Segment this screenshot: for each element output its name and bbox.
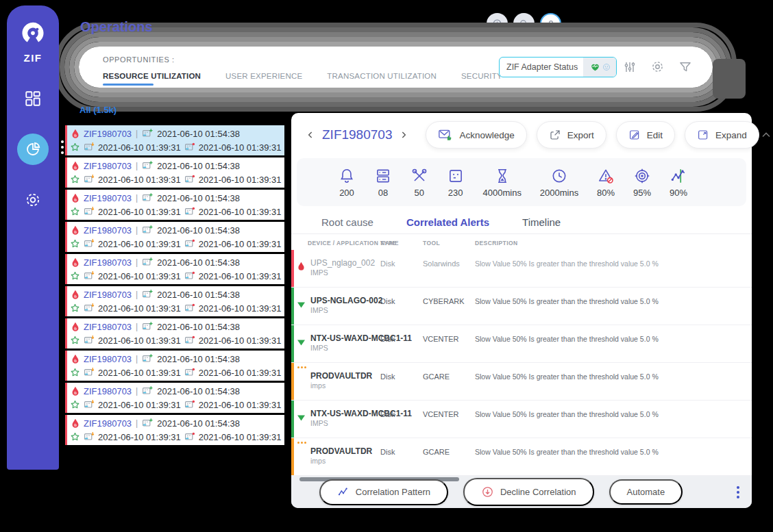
- alert-id-link[interactable]: ZIF1980703: [84, 257, 132, 268]
- zif-logo: ZIF: [19, 21, 47, 64]
- calendar-alert-icon: [184, 303, 195, 314]
- edit-button[interactable]: Edit: [616, 121, 675, 149]
- alert-card[interactable]: ZIF1980703 | 2021-06-10 01:54:38 2021-06…: [65, 286, 284, 316]
- tab-resource-utilization[interactable]: RESOURCE UTILIZATION: [103, 72, 201, 80]
- table-row[interactable]: PRODVAULTDR imps Disk GCARE Slow Value 5…: [291, 438, 752, 476]
- next-alert-chevron-icon[interactable]: [398, 129, 409, 140]
- acknowledge-button[interactable]: Acknowledge: [426, 121, 526, 149]
- mail-ack-icon: [438, 128, 453, 142]
- table-row[interactable]: NTX-US-WAXD-MCBC1-11 IMPS Disk VCENTER S…: [291, 401, 752, 438]
- alert-id-link[interactable]: ZIF1980703: [84, 225, 132, 236]
- closed-timestamp: 2021-06-10 01:39:31: [199, 335, 282, 346]
- star-icon[interactable]: [70, 335, 80, 345]
- separator: |: [136, 161, 138, 170]
- tab-correlated-alerts[interactable]: Correlated Alerts: [406, 216, 489, 228]
- alert-id-link[interactable]: ZIF1980703: [84, 354, 132, 364]
- alert-description: Slow Value 50% Is greater than the thres…: [475, 372, 742, 381]
- calendar-down-icon: [84, 303, 95, 314]
- calendar-alert-icon: [184, 142, 195, 153]
- alert-card[interactable]: ZIF1980703 | 2021-06-10 01:54:38 2021-06…: [65, 190, 284, 220]
- created-timestamp: 2021-06-10 01:54:38: [157, 418, 240, 429]
- alert-id-link[interactable]: ZIF1980703: [84, 322, 132, 332]
- footer-kebab-icon[interactable]: [737, 486, 739, 498]
- alert-card[interactable]: ZIF1980703 | 2021-06-10 01:54:38 2021-06…: [65, 222, 284, 252]
- alert-id-link[interactable]: ZIF1980703: [84, 193, 132, 203]
- stats-strip: 200 08 50 230 4000mins 2000mins: [297, 158, 746, 206]
- stat-duration: 4000mins: [483, 167, 522, 198]
- alert-id-link[interactable]: ZIF1980703: [84, 290, 132, 300]
- user-icon[interactable]: [540, 13, 561, 34]
- equalizer-icon[interactable]: [623, 60, 637, 74]
- star-icon[interactable]: [70, 175, 80, 184]
- alert-description: Slow Value 50% Is greater than the thres…: [475, 448, 742, 456]
- alert-count-filter[interactable]: All (1.5k): [79, 105, 116, 115]
- created-timestamp: 2021-06-10 01:54:38: [157, 257, 240, 268]
- export-button[interactable]: Export: [537, 121, 606, 149]
- history-icon[interactable]: [487, 13, 508, 34]
- alert-card[interactable]: ZIF1980703 | 2021-06-10 01:54:38 2021-06…: [65, 415, 284, 445]
- alert-card[interactable]: ZIF1980703 | 2021-06-10 01:54:38 2021-06…: [65, 254, 284, 284]
- automate-button[interactable]: Automate: [609, 479, 683, 505]
- star-icon[interactable]: [70, 368, 80, 377]
- alert-card[interactable]: ZIF1980703 | 2021-06-10 01:54:38 2021-06…: [65, 125, 284, 155]
- correlation-pattern-button[interactable]: Correlation Pattern: [319, 479, 448, 505]
- star-icon[interactable]: [70, 142, 80, 152]
- separator: |: [136, 225, 138, 235]
- tab-user-experience[interactable]: USER EXPERIENCE: [225, 72, 302, 80]
- alert-id-link[interactable]: ZIF1980703: [84, 129, 132, 139]
- hourglass-icon: [493, 167, 511, 185]
- separator: |: [136, 386, 138, 396]
- closed-timestamp: 2021-06-10 01:39:31: [199, 271, 282, 281]
- sidebar-item-analytics[interactable]: [17, 134, 49, 165]
- star-icon[interactable]: [70, 207, 80, 216]
- tab-transaction-utilization[interactable]: TRANSACTION UTILIZATION: [327, 72, 437, 80]
- table-row[interactable]: UPS-NGLAGO-002 IMPS Disk CYBERARK Slow V…: [291, 288, 752, 325]
- alert-card[interactable]: ZIF1980703 | 2021-06-10 01:54:38 2021-06…: [65, 351, 284, 381]
- calendar-down-icon: [84, 238, 95, 249]
- tabs-divider: [291, 233, 752, 234]
- calendar-down-icon: [84, 270, 95, 281]
- tab-security[interactable]: SECURITY: [461, 72, 502, 80]
- gear-icon[interactable]: [650, 60, 665, 74]
- alert-description: Slow Value 50% Is greater than the thres…: [475, 410, 742, 418]
- updated-timestamp: 2021-06-10 01:39:31: [98, 303, 181, 314]
- alert-id-link[interactable]: ZIF1980703: [84, 161, 132, 171]
- closed-timestamp: 2021-06-10 01:39:31: [199, 432, 282, 442]
- tab-root-cause[interactable]: Root cause: [321, 216, 373, 228]
- star-icon[interactable]: [70, 303, 80, 313]
- tab-timeline[interactable]: Timeline: [522, 216, 561, 228]
- star-icon[interactable]: [70, 271, 80, 281]
- alert-card[interactable]: ZIF1980703 | 2021-06-10 01:54:38 2021-06…: [65, 157, 284, 188]
- star-icon[interactable]: [70, 400, 80, 409]
- sidebar-kebab-icon[interactable]: [61, 140, 64, 154]
- alert-type: Disk: [380, 297, 395, 305]
- star-icon[interactable]: [70, 239, 80, 249]
- prev-alert-chevron-icon[interactable]: [305, 129, 316, 140]
- pie-chart-icon: [25, 141, 41, 157]
- alert-id-link[interactable]: ZIF1980703: [84, 386, 132, 396]
- table-row[interactable]: PRODVAULTDR imps Disk GCARE Slow Value 5…: [291, 363, 752, 401]
- application-name: IMPS: [310, 306, 328, 314]
- decline-correlation-button[interactable]: Decline Correlation: [463, 478, 594, 506]
- alert-card[interactable]: ZIF1980703 | 2021-06-10 01:54:38 2021-06…: [65, 383, 284, 413]
- alert-description: Slow Value 50% Is greater than the thres…: [475, 335, 742, 343]
- funnel-icon[interactable]: [678, 60, 692, 74]
- table-row[interactable]: UPS_nglago_002 IMPS Disk Solarwinds Slow…: [291, 250, 752, 288]
- correlated-alerts-table: UPS_nglago_002 IMPS Disk Solarwinds Slow…: [291, 250, 752, 476]
- edit-icon: [628, 129, 641, 141]
- table-row[interactable]: NTX-US-WAXD-MCBC1-11 IMPS Disk VCENTER S…: [291, 325, 752, 363]
- sidebar-item-dashboard[interactable]: [24, 90, 42, 110]
- alert-id-link[interactable]: ZIF1980703: [84, 418, 132, 429]
- alert-card[interactable]: ZIF1980703 | 2021-06-10 01:54:38 2021-06…: [65, 318, 284, 349]
- triangle-down-icon: [297, 299, 305, 311]
- calendar-add-icon: [142, 353, 153, 364]
- header-icon-group: [623, 60, 692, 74]
- closed-timestamp: 2021-06-10 01:39:31: [199, 400, 282, 410]
- star-icon[interactable]: [70, 432, 80, 442]
- gear-icon: [24, 191, 42, 209]
- expand-button[interactable]: Expand: [685, 121, 759, 149]
- adapter-status-select[interactable]: ZIF Adapter Status: [499, 57, 617, 77]
- search-icon[interactable]: [513, 13, 535, 34]
- sidebar-item-settings[interactable]: [24, 191, 42, 212]
- collapse-chevron-icon[interactable]: [759, 128, 773, 142]
